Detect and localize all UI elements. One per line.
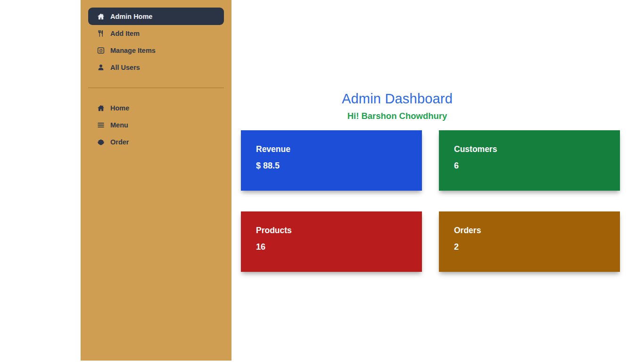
sidebar-item-home[interactable]: Home bbox=[88, 100, 224, 117]
sidebar-item-menu[interactable]: Menu bbox=[88, 117, 224, 134]
page-title: Admin Dashboard bbox=[231, 91, 563, 107]
stat-value: $ 88.5 bbox=[256, 161, 422, 171]
sidebar-item-manage-items[interactable]: @ Manage Items bbox=[88, 42, 224, 59]
sidebar-item-order[interactable]: Order bbox=[88, 134, 224, 151]
home-icon bbox=[97, 104, 105, 112]
greeting-text: Hi! Barshon Chowdhury bbox=[231, 111, 563, 121]
sidebar-item-label: Order bbox=[110, 138, 129, 146]
svg-text:@: @ bbox=[99, 48, 102, 53]
stat-label: Products bbox=[256, 226, 422, 236]
stat-card-revenue: Revenue $ 88.5 bbox=[241, 130, 422, 191]
utensils-icon bbox=[97, 30, 105, 38]
admin-dashboard-page: Admin Home Add Item @ Manage Items All U… bbox=[0, 0, 644, 362]
sidebar: Admin Home Add Item @ Manage Items All U… bbox=[81, 0, 231, 361]
sidebar-item-all-users[interactable]: All Users bbox=[88, 59, 224, 76]
bars-icon bbox=[97, 121, 105, 129]
sidebar-item-label: Admin Home bbox=[110, 13, 152, 20]
stat-label: Customers bbox=[454, 144, 620, 154]
sidebar-item-add-item[interactable]: Add Item bbox=[88, 25, 224, 42]
sidebar-item-label: Menu bbox=[110, 121, 128, 129]
stat-card-customers: Customers 6 bbox=[439, 130, 620, 191]
sidebar-item-label: Add Item bbox=[110, 30, 140, 37]
stat-value: 16 bbox=[256, 242, 422, 252]
stat-label: Revenue bbox=[256, 144, 422, 154]
stats-grid: Revenue $ 88.5 Customers 6 Products 16 O… bbox=[241, 130, 620, 272]
bowl-food-icon bbox=[97, 138, 105, 146]
main-header: Admin Dashboard Hi! Barshon Chowdhury bbox=[231, 91, 563, 121]
home-icon bbox=[97, 12, 105, 20]
stat-value: 6 bbox=[454, 161, 620, 171]
sidebar-item-label: Home bbox=[110, 104, 129, 112]
sidebar-divider bbox=[88, 87, 224, 88]
sidebar-item-admin-home[interactable]: Admin Home bbox=[88, 8, 224, 25]
user-icon bbox=[97, 64, 105, 72]
sidebar-item-label: Manage Items bbox=[110, 47, 156, 54]
stat-card-products: Products 16 bbox=[241, 211, 422, 272]
sidebar-item-label: All Users bbox=[110, 64, 140, 71]
stat-card-orders: Orders 2 bbox=[439, 211, 620, 272]
stat-label: Orders bbox=[454, 226, 620, 236]
stat-value: 2 bbox=[454, 242, 620, 252]
at-square-icon: @ bbox=[97, 47, 105, 55]
